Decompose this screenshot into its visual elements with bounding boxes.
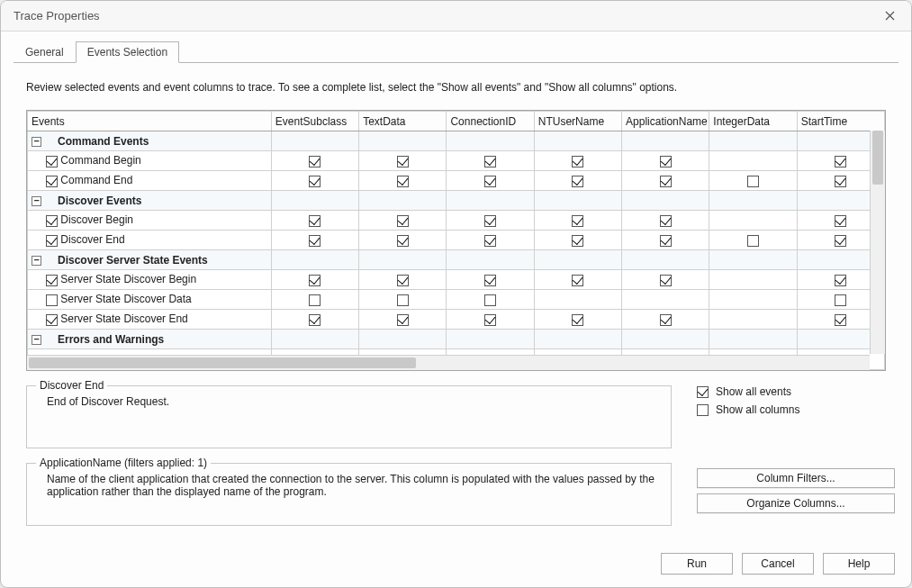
cell-checkbox[interactable]	[660, 235, 672, 247]
cell-checkbox[interactable]	[397, 314, 409, 326]
cell-checkbox[interactable]	[46, 235, 58, 247]
cell-checkbox[interactable]	[572, 314, 583, 326]
group-toggle-icon[interactable]: −	[32, 335, 41, 345]
event-row[interactable]: Server State Discover Data	[28, 290, 885, 310]
cell-checkbox[interactable]	[835, 294, 846, 306]
scrollbar-vertical[interactable]	[870, 131, 885, 354]
cell-checkbox[interactable]	[484, 156, 496, 167]
column-header-ntusername[interactable]: NTUserName	[534, 112, 621, 131]
column-header-events[interactable]: Events	[28, 112, 272, 131]
group-row[interactable]: −Errors and Warnings	[28, 330, 885, 349]
cell-checkbox[interactable]	[46, 294, 58, 306]
cell-checkbox[interactable]	[397, 156, 409, 167]
cell-checkbox[interactable]	[46, 314, 58, 326]
cell-checkbox[interactable]	[484, 314, 496, 326]
cell-checkbox[interactable]	[309, 235, 321, 247]
column-filters-button[interactable]: Column Filters...	[697, 468, 895, 488]
scrollbar-thumb-v[interactable]	[872, 131, 883, 185]
cell-checkbox[interactable]	[484, 235, 496, 247]
cell-checkbox[interactable]	[397, 235, 409, 247]
show-all-columns-row[interactable]: Show all columns	[697, 403, 895, 416]
tab-strip: GeneralEvents Selection	[1, 32, 911, 62]
cell-checkbox[interactable]	[660, 176, 672, 187]
run-button[interactable]: Run	[661, 553, 733, 574]
cell-checkbox[interactable]	[309, 156, 321, 167]
cancel-button[interactable]: Cancel	[742, 553, 814, 574]
event-help-body: End of Discover Request.	[40, 395, 658, 408]
group-toggle-icon[interactable]: −	[32, 196, 41, 206]
show-all-events-row[interactable]: Show all events	[697, 385, 895, 398]
cell-checkbox[interactable]	[46, 156, 58, 167]
cell-checkbox[interactable]	[46, 275, 58, 286]
organize-columns-button[interactable]: Organize Columns...	[697, 493, 895, 513]
cell-checkbox[interactable]	[397, 275, 409, 286]
cell-checkbox[interactable]	[660, 314, 672, 326]
table-header-row: EventsEventSubclassTextDataConnectionIDN…	[28, 112, 885, 131]
scrollbar-thumb-h[interactable]	[29, 357, 416, 368]
cell-checkbox[interactable]	[309, 215, 321, 227]
cell-checkbox[interactable]	[835, 156, 846, 167]
scrollbar-horizontal[interactable]	[27, 355, 870, 370]
column-header-integerdata[interactable]: IntegerData	[709, 112, 797, 131]
cell-checkbox[interactable]	[484, 215, 496, 227]
tab-events-selection[interactable]: Events Selection	[76, 41, 179, 63]
event-row[interactable]: Discover End	[28, 231, 885, 250]
group-row[interactable]: −Discover Server State Events	[28, 250, 885, 270]
event-row[interactable]: Server State Discover Begin	[28, 270, 885, 290]
group-row[interactable]: −Command Events	[28, 131, 885, 151]
event-row[interactable]: Server State Discover End	[28, 310, 885, 330]
cell-checkbox[interactable]	[660, 215, 672, 227]
column-header-textdata[interactable]: TextData	[359, 112, 447, 131]
cell-checkbox[interactable]	[572, 215, 583, 227]
dialog-footer: Run Cancel Help	[661, 547, 895, 574]
event-label: Server State Discover Data	[60, 293, 191, 305]
cell-checkbox[interactable]	[46, 176, 58, 187]
cell-checkbox[interactable]	[835, 215, 846, 227]
tab-general[interactable]: General	[14, 41, 76, 63]
cell-checkbox[interactable]	[835, 275, 846, 286]
cell-checkbox[interactable]	[660, 275, 672, 286]
cell-checkbox[interactable]	[309, 176, 321, 187]
event-help-panel: Discover End End of Discover Request.	[26, 385, 672, 448]
cell-checkbox[interactable]	[572, 235, 583, 247]
cell-checkbox[interactable]	[309, 294, 321, 306]
cell-checkbox[interactable]	[572, 275, 583, 286]
group-toggle-icon[interactable]: −	[32, 256, 41, 266]
cell-checkbox[interactable]	[397, 294, 409, 306]
column-header-applicationname[interactable]: ApplicationName	[622, 112, 709, 131]
column-header-connectionid[interactable]: ConnectionID	[447, 112, 534, 131]
cell-checkbox[interactable]	[835, 235, 846, 247]
cell-checkbox[interactable]	[835, 314, 846, 326]
show-all-columns-checkbox[interactable]	[697, 404, 709, 416]
cell-checkbox[interactable]	[46, 215, 58, 227]
cell-checkbox[interactable]	[747, 235, 759, 247]
show-all-events-checkbox[interactable]	[697, 386, 709, 398]
events-grid[interactable]: EventsEventSubclassTextDataConnectionIDN…	[26, 110, 886, 371]
show-all-events-label: Show all events	[716, 385, 791, 398]
cell-checkbox[interactable]	[309, 275, 321, 286]
close-button[interactable]	[877, 5, 902, 27]
event-label: Server State Discover End	[60, 312, 187, 325]
cell-checkbox[interactable]	[397, 215, 409, 227]
group-toggle-icon[interactable]: −	[32, 137, 41, 147]
cell-checkbox[interactable]	[572, 176, 583, 187]
cell-checkbox[interactable]	[747, 176, 759, 187]
cell-checkbox[interactable]	[660, 156, 672, 167]
cell-checkbox[interactable]	[572, 156, 583, 167]
cell-checkbox[interactable]	[397, 176, 409, 187]
help-button[interactable]: Help	[823, 553, 895, 574]
cell-checkbox[interactable]	[484, 275, 496, 286]
event-row[interactable]: Command Begin	[28, 151, 885, 171]
event-row[interactable]: Discover Begin	[28, 211, 885, 231]
cell-checkbox[interactable]	[835, 176, 846, 187]
column-help-body: Name of the client application that crea…	[40, 473, 658, 498]
cell-checkbox[interactable]	[484, 294, 496, 306]
event-label: Server State Discover Begin	[60, 273, 196, 285]
cell-checkbox[interactable]	[309, 314, 321, 326]
column-header-starttime[interactable]: StartTime	[797, 112, 884, 131]
column-header-eventsubclass[interactable]: EventSubclass	[271, 112, 358, 131]
event-row[interactable]: Command End	[28, 171, 885, 191]
column-help-panel: ApplicationName (filters applied: 1) Nam…	[26, 463, 672, 526]
group-row[interactable]: −Discover Events	[28, 191, 885, 211]
cell-checkbox[interactable]	[484, 176, 496, 187]
